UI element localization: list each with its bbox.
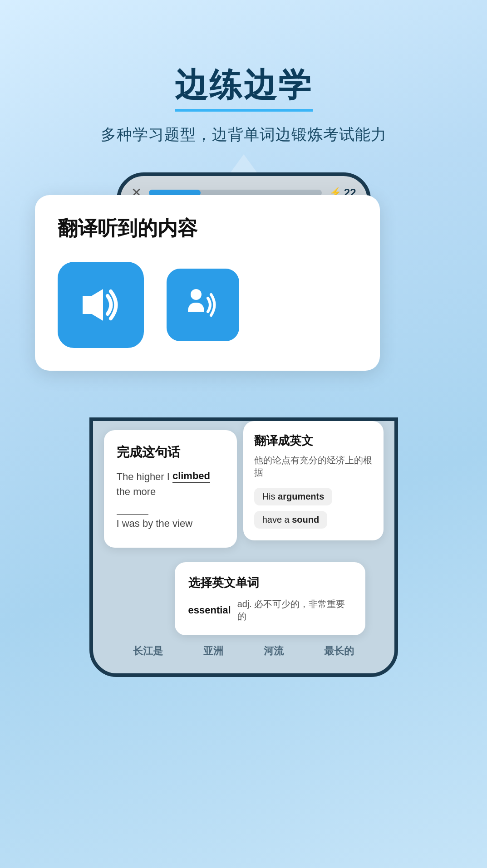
subtitle: 多种学习题型，边背单词边锻炼考试能力 — [0, 124, 487, 145]
translate-chinese: 他的论点有充分的经济上的根据 — [254, 454, 373, 479]
line1-post: the more — [117, 486, 156, 498]
sentence-line-2: I was by the view — [117, 502, 224, 530]
chip2-pre: have a — [262, 515, 292, 525]
chip2-bold: sound — [292, 515, 319, 525]
line1-pre: The higher I — [117, 471, 170, 483]
top-section: 边练边学 多种学习题型，边背单词边锻炼考试能力 — [0, 0, 487, 145]
audio-card-title: 翻译听到的内容 — [58, 215, 357, 242]
speaker-button[interactable] — [58, 262, 144, 348]
choose-definition: adj. 必不可少的，非常重要的 — [237, 598, 352, 623]
person-speaker-button[interactable] — [167, 269, 239, 341]
chip1-pre: His — [262, 491, 278, 501]
main-title: 边练边学 — [175, 64, 313, 112]
word-chip-1[interactable]: His arguments — [254, 488, 333, 505]
choose-word: essential — [188, 604, 231, 616]
strip-item-3: 河流 — [264, 644, 284, 658]
translate-card-title: 翻译成英文 — [254, 433, 373, 449]
translate-card: 翻译成英文 他的论点有充分的经济上的根据 His arguments have … — [243, 421, 384, 540]
line1-word: climbed — [172, 470, 210, 483]
sentence-line-1: The higher I climbed the more — [117, 470, 224, 498]
audio-buttons — [58, 262, 357, 348]
svg-marker-0 — [83, 289, 103, 321]
choose-row: essential adj. 必不可少的，非常重要的 — [188, 598, 352, 623]
chip1-bold: arguments — [278, 491, 324, 501]
bottom-strip: 长江是 亚洲 河流 最长的 — [104, 635, 384, 662]
strip-item-1: 长江是 — [133, 644, 163, 658]
strip-item-4: 最长的 — [324, 644, 354, 658]
complete-card-title: 完成这句话 — [117, 444, 224, 461]
svg-point-1 — [191, 289, 202, 300]
audio-card: 翻译听到的内容 — [35, 195, 380, 371]
choose-word-card: 选择英文单词 essential adj. 必不可少的，非常重要的 — [175, 562, 365, 635]
phone-area: ✕ ⚡ 22 翻译听到的内容 — [0, 172, 487, 290]
word-chip-2[interactable]: have a sound — [254, 511, 328, 529]
word-chips: His arguments have a sound — [254, 488, 373, 529]
choose-card-title: 选择英文单词 — [188, 575, 352, 591]
sentence-blank — [117, 502, 148, 515]
speaker-icon — [78, 284, 123, 325]
complete-sentence-card: 完成这句话 The higher I climbed the more I wa… — [104, 430, 237, 548]
strip-item-2: 亚洲 — [203, 644, 223, 658]
line2-pre: I was by the view — [117, 518, 193, 530]
person-speaker-icon — [182, 284, 223, 325]
